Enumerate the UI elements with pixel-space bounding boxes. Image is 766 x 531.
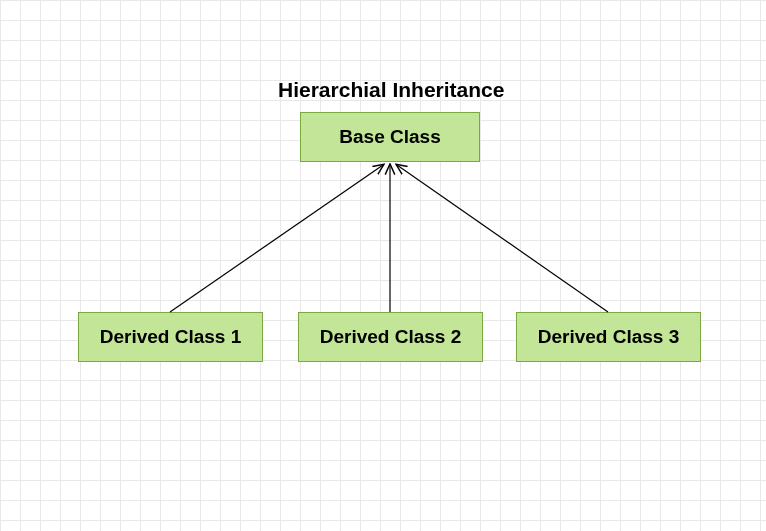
derived-class-2-box: Derived Class 2 — [298, 312, 483, 362]
base-class-box: Base Class — [300, 112, 480, 162]
base-class-label: Base Class — [339, 126, 440, 148]
derived-class-1-label: Derived Class 1 — [100, 326, 242, 348]
derived-class-3-label: Derived Class 3 — [538, 326, 680, 348]
derived-class-1-box: Derived Class 1 — [78, 312, 263, 362]
derived-class-3-box: Derived Class 3 — [516, 312, 701, 362]
derived-class-2-label: Derived Class 2 — [320, 326, 462, 348]
diagram-title: Hierarchial Inheritance — [278, 78, 504, 102]
